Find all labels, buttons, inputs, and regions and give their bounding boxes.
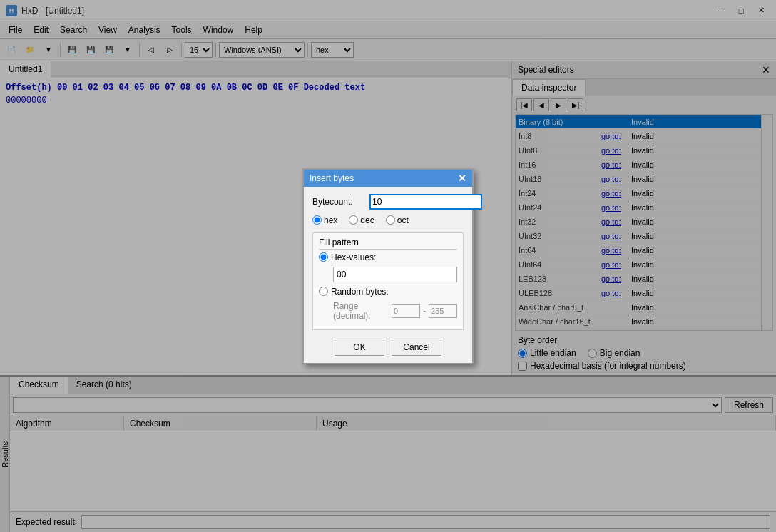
range-to-input[interactable] bbox=[429, 304, 457, 318]
oct-radio-option[interactable]: oct bbox=[386, 215, 409, 225]
dialog-body: Bytecount: hex dec oct F bbox=[304, 187, 472, 363]
hex-radio-option[interactable]: hex bbox=[312, 215, 337, 225]
range-label: Range (decimal): bbox=[333, 301, 389, 321]
dialog-buttons: OK Cancel bbox=[312, 339, 464, 356]
modal-overlay: Insert bytes ✕ Bytecount: hex dec bbox=[0, 0, 776, 532]
fill-pattern-title: Fill pattern bbox=[319, 237, 457, 250]
random-bytes-option[interactable]: Random bytes: bbox=[319, 287, 389, 297]
range-separator: - bbox=[423, 306, 426, 316]
hex-values-option[interactable]: Hex-values: bbox=[319, 252, 376, 262]
oct-radio[interactable] bbox=[386, 215, 395, 225]
dec-radio[interactable] bbox=[349, 215, 358, 225]
hex-input-row bbox=[319, 267, 457, 282]
cancel-button[interactable]: Cancel bbox=[392, 339, 441, 356]
hex-radio-label: hex bbox=[324, 215, 337, 225]
hex-values-radio[interactable] bbox=[319, 252, 328, 262]
hex-values-label: Hex-values: bbox=[331, 252, 376, 262]
range-row: Range (decimal): - bbox=[319, 301, 457, 321]
dialog-title: Insert bytes bbox=[310, 173, 354, 183]
bytecount-input[interactable] bbox=[369, 194, 482, 210]
range-from-input[interactable] bbox=[392, 304, 420, 318]
dec-radio-option[interactable]: dec bbox=[349, 215, 374, 225]
hex-values-input[interactable] bbox=[333, 267, 457, 282]
format-radio-group: hex dec oct bbox=[312, 215, 464, 225]
hex-radio[interactable] bbox=[312, 215, 322, 225]
insert-bytes-dialog: Insert bytes ✕ Bytecount: hex dec bbox=[302, 168, 474, 364]
random-bytes-radio-row: Random bytes: bbox=[319, 287, 457, 297]
oct-radio-label: oct bbox=[397, 215, 409, 225]
dec-radio-label: dec bbox=[360, 215, 374, 225]
random-bytes-label: Random bytes: bbox=[331, 287, 389, 297]
fill-pattern-section: Fill pattern Hex-values: Random bytes: bbox=[312, 232, 464, 330]
random-bytes-radio[interactable] bbox=[319, 287, 328, 296]
bytecount-row: Bytecount: bbox=[312, 194, 464, 210]
ok-button[interactable]: OK bbox=[335, 339, 384, 356]
dialog-title-bar: Insert bytes ✕ bbox=[304, 170, 472, 187]
bytecount-label: Bytecount: bbox=[312, 197, 369, 207]
hex-values-radio-row: Hex-values: bbox=[319, 252, 457, 262]
dialog-close-button[interactable]: ✕ bbox=[458, 173, 466, 184]
